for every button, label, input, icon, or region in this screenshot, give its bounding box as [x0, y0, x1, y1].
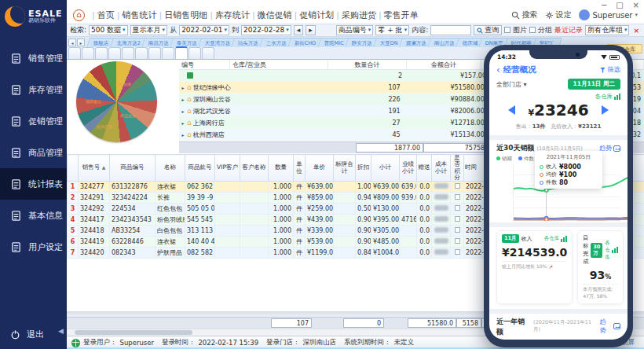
warehouse-link[interactable]: 各仓库: [605, 240, 618, 261]
tag-total: [334, 226, 356, 237]
prev-day-arrow[interactable]: [508, 105, 515, 115]
app-window: ESALE 易销乐软件 销售管理 库存管理 促销管理 商品管理: [0, 0, 644, 349]
target-note: 本月预测完成: 47万, 58%: [583, 286, 618, 300]
battery-icon: [609, 55, 620, 60]
user-menu[interactable]: Superuser ▾: [579, 9, 638, 20]
minimize-button[interactable]: ─: [602, 1, 606, 9]
income-card[interactable]: 11月 收入 各仓库 ¥214539.0 较上月同比增长 10%↗: [496, 230, 573, 304]
nav-item[interactable]: 日销售明细: [164, 9, 207, 21]
close-button[interactable]: ×: [633, 1, 639, 9]
phone-mockup: 14:32 ‹ 经营概况 筛选 全部门店 ▾ 11月11日 周二 各仓库 ¥23: [484, 45, 633, 347]
warehouse-group-dropdown[interactable]: 所有仓库组▾: [585, 25, 630, 35]
qty-total: 27: [335, 117, 413, 128]
points-checkbox[interactable]: [451, 237, 464, 248]
trend-link[interactable]: 趋势: [600, 318, 620, 335]
store-selector[interactable]: 全部门店 ▾: [496, 80, 527, 89]
sidebar-item[interactable]: 基本信息: [0, 200, 67, 231]
perf-subtotal: [400, 248, 417, 259]
nav-item[interactable]: 零售开单: [384, 9, 419, 21]
trend-link[interactable]: 趋势: [599, 144, 620, 152]
exit-button[interactable]: 退出 ◀: [0, 324, 67, 344]
perf-subtotal: 939.0: [400, 193, 417, 204]
points-checkbox[interactable]: [451, 215, 464, 226]
scrollbar-thumb[interactable]: [75, 330, 192, 335]
maximize-button[interactable]: □: [616, 1, 623, 9]
points-checkbox[interactable]: [451, 226, 464, 237]
sort-asc-icon[interactable]: ▲: [102, 164, 106, 170]
close-filter-icon[interactable]: ×: [631, 27, 641, 35]
report-tab[interactable]: [135, 47, 148, 59]
mode-dropdown[interactable]: 零 + 批▾: [375, 25, 409, 35]
home-icon[interactable]: ⌂: [73, 9, 85, 21]
price: ¥339.00: [306, 226, 334, 237]
report-tab[interactable]: [82, 47, 94, 59]
group-checkbox[interactable]: 分组: [529, 25, 552, 35]
store-tab-left-icon[interactable]: ◂: [68, 39, 76, 46]
back-icon[interactable]: ‹: [496, 64, 500, 75]
tag-total: [334, 182, 356, 193]
warehouse-link[interactable]: 各仓库: [544, 235, 568, 242]
expand-icon[interactable]: ▸: [179, 94, 187, 105]
style-no: 140 40 40: [185, 237, 215, 248]
next-period-button[interactable]: ▸: [306, 25, 316, 35]
perf-subtotal: 639.0: [400, 182, 417, 193]
points-checkbox[interactable]: [451, 193, 464, 204]
store-tab-right-icon[interactable]: ▸: [77, 39, 85, 46]
sidebar-item[interactable]: 促销管理: [0, 105, 67, 137]
global-search[interactable]: 搜索: [511, 9, 537, 20]
date-badge[interactable]: 11月11日 周二: [568, 79, 621, 90]
to-date-picker[interactable]: 2022-02-28▾: [241, 25, 291, 35]
report-tab[interactable]: [122, 47, 134, 59]
sidebar-item[interactable]: 库存管理: [0, 74, 67, 105]
customer-name: [240, 193, 269, 204]
image-checkbox[interactable]: 图片: [504, 25, 527, 35]
nav-item[interactable]: 促销计划: [299, 9, 334, 21]
points-checkbox[interactable]: [451, 248, 464, 259]
target-card[interactable]: 目标完成 30万 各仓库 93% 本月预测完成: 47万, 58%: [577, 230, 624, 304]
report-tab[interactable]: [162, 47, 174, 59]
expand-icon[interactable]: ▸: [179, 129, 187, 140]
report-tab[interactable]: [148, 47, 161, 59]
filter-button[interactable]: 筛选: [600, 65, 620, 75]
cost-subtotal-redacted: [432, 182, 451, 193]
nav-item[interactable]: 微信促销: [258, 9, 292, 21]
warehouse-name: 上海闵行店: [193, 117, 335, 128]
expand-icon[interactable]: ▸: [179, 82, 187, 93]
sidebar-item[interactable]: 销售管理: [0, 42, 67, 74]
collapse-sidebar-icon[interactable]: ◀: [58, 327, 64, 335]
nav-item[interactable]: 首页: [97, 9, 115, 21]
report-tab[interactable]: [95, 47, 108, 59]
nav-item[interactable]: 采购进货: [342, 9, 376, 21]
period-dropdown[interactable]: 显示本月▾: [130, 25, 168, 35]
report-tab[interactable]: [68, 47, 81, 59]
expand-icon[interactable]: ▸: [179, 105, 187, 116]
nav-item[interactable]: 销售统计: [122, 9, 156, 21]
points-checkbox[interactable]: [451, 204, 464, 215]
unit: 件: [294, 182, 306, 193]
unit: 件: [294, 215, 306, 226]
expand-icon[interactable]: ▸: [179, 117, 187, 128]
sidebar-item-icon: [10, 84, 22, 96]
sidebar-item[interactable]: 统计报表: [0, 168, 67, 200]
recent-records-link[interactable]: 最近记录: [554, 25, 583, 35]
next-day-arrow[interactable]: [602, 105, 609, 115]
settings-button[interactable]: 设定: [545, 9, 571, 20]
report-tab[interactable]: [108, 47, 121, 59]
query-button[interactable]: 查询: [474, 25, 502, 35]
content-input[interactable]: [430, 25, 471, 35]
sidebar-item[interactable]: 用户设定: [0, 231, 67, 263]
field-dropdown[interactable]: 商品编号▾: [336, 25, 374, 35]
report-tab[interactable]: [202, 47, 214, 59]
rows-dropdown[interactable]: 500 数据▾: [89, 25, 128, 35]
tag-total: [334, 215, 356, 226]
from-date-picker[interactable]: 2022-02-01▾: [179, 25, 229, 35]
report-tab[interactable]: [188, 47, 201, 59]
price: ¥639.00: [306, 182, 334, 193]
nav-item[interactable]: 库存统计: [215, 9, 250, 21]
points-checkbox[interactable]: [451, 182, 464, 193]
warehouse-link[interactable]: 各仓库: [595, 93, 621, 101]
customer-name: [240, 204, 269, 215]
sidebar-item[interactable]: 商品管理: [0, 137, 67, 168]
prev-period-button[interactable]: ◂: [294, 25, 304, 35]
report-tab[interactable]: [175, 46, 188, 59]
